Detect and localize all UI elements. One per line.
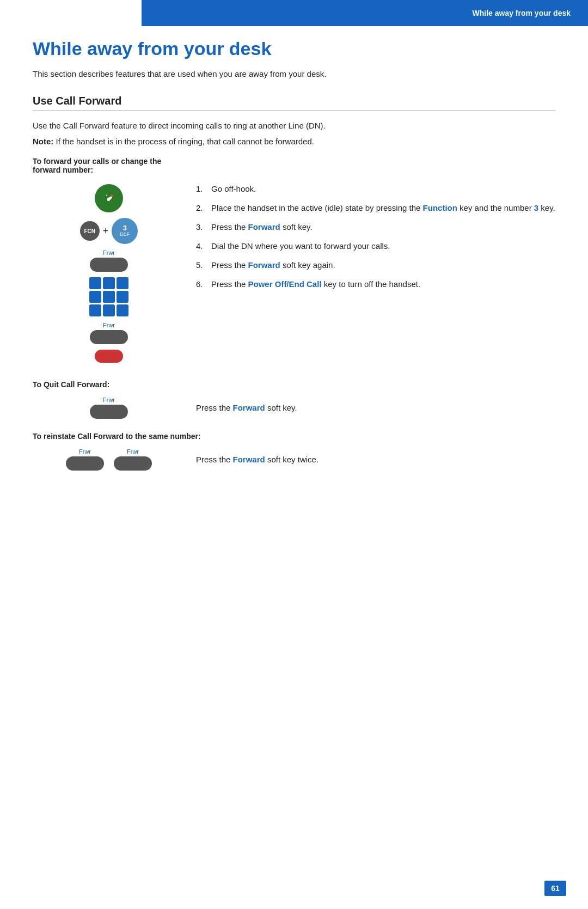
plus-symbol: + bbox=[103, 225, 109, 237]
quit-bold-forward: Forward bbox=[233, 403, 265, 412]
step-5-bold-forward: Forward bbox=[248, 260, 280, 270]
soft-key-2-icon bbox=[90, 330, 128, 344]
reinstate-bold-forward: Forward bbox=[233, 455, 265, 464]
step-6-text: Press the Power Off/End Call key to turn… bbox=[211, 279, 555, 289]
soft-key-1-icon bbox=[90, 258, 128, 272]
reinstate-soft-key-1-icon bbox=[66, 456, 104, 471]
soft-key-2-label: Frwr bbox=[103, 322, 115, 328]
note-text: Note: If the handset is in the process o… bbox=[33, 137, 555, 146]
step-1: 1. Go off-hook. bbox=[196, 184, 555, 193]
keypad-cell bbox=[117, 277, 128, 289]
keypad-cell bbox=[89, 291, 101, 303]
quit-heading: To Quit Call Forward: bbox=[33, 380, 555, 389]
num3-sub: DEF bbox=[120, 232, 130, 237]
quit-section: To Quit Call Forward: Frwr Press the For… bbox=[33, 380, 555, 419]
reinstate-section: To reinstate Call Forward to the same nu… bbox=[33, 432, 555, 471]
soft-key-1-label: Frwr bbox=[103, 249, 115, 256]
forward-subheading: To forward your calls or change the forw… bbox=[33, 157, 185, 174]
fcn-button-icon: FCN bbox=[80, 221, 100, 241]
section-heading: Use Call Forward bbox=[33, 95, 555, 111]
header-bar-text: While away from your desk bbox=[473, 9, 571, 17]
keypad-cell bbox=[103, 304, 115, 316]
num3-button-icon: 3 DEF bbox=[112, 218, 138, 244]
header-bar: While away from your desk bbox=[142, 0, 588, 26]
reinstate-icon-col: Frwr Frwr bbox=[33, 448, 185, 471]
step-1-text: Go off-hook. bbox=[211, 184, 555, 193]
step-2: 2. Place the handset in the active (idle… bbox=[196, 203, 555, 212]
step-2-num: 2. bbox=[196, 203, 211, 212]
reinstate-soft-key-1-label: Frwr bbox=[79, 448, 91, 455]
reinstate-soft-key-2-label: Frwr bbox=[127, 448, 139, 455]
reinstate-row: Frwr Frwr Press the Forward soft key twi… bbox=[33, 448, 555, 471]
step-3-bold-forward: Forward bbox=[248, 222, 280, 231]
reinstate-soft-key-1-wrap: Frwr bbox=[66, 448, 104, 471]
quit-text: Press the Forward soft key. bbox=[185, 403, 555, 412]
keypad-cell bbox=[117, 304, 128, 316]
icon-column: FCN + 3 DEF Frwr bbox=[33, 184, 185, 363]
step-3-text: Press the Forward soft key. bbox=[211, 222, 555, 231]
soft-key-2-wrap: Frwr bbox=[90, 322, 128, 344]
step-6-bold-power: Power Off/End Call bbox=[248, 279, 322, 289]
step-3-num: 3. bbox=[196, 222, 211, 231]
keypad-cell bbox=[117, 291, 128, 303]
step-4: 4. Dial the DN where you want to forward… bbox=[196, 241, 555, 251]
step-4-text: Dial the DN where you want to forward yo… bbox=[211, 241, 555, 251]
quit-soft-key-label: Frwr bbox=[103, 396, 115, 403]
reinstate-soft-key-2-icon bbox=[114, 456, 152, 471]
step-4-num: 4. bbox=[196, 241, 211, 251]
reinstate-text: Press the Forward soft key twice. bbox=[185, 455, 555, 464]
page-title: While away from your desk bbox=[33, 38, 555, 59]
steps-column: 1. Go off-hook. 2. Place the handset in … bbox=[185, 184, 555, 298]
step-5-num: 5. bbox=[196, 260, 211, 270]
step-2-text: Place the handset in the active (idle) s… bbox=[211, 203, 555, 212]
step-2-bold-function: Function bbox=[423, 203, 457, 212]
note-body: If the handset is in the process of ring… bbox=[56, 137, 314, 146]
num3-digit: 3 bbox=[123, 224, 127, 232]
note-label: Note: bbox=[33, 137, 53, 146]
reinstate-soft-key-2-wrap: Frwr bbox=[114, 448, 152, 471]
fcn-label: FCN bbox=[84, 228, 95, 234]
step-5-text: Press the Forward soft key again. bbox=[211, 260, 555, 270]
step-6: 6. Press the Power Off/End Call key to t… bbox=[196, 279, 555, 289]
svg-point-1 bbox=[111, 194, 113, 197]
step-3: 3. Press the Forward soft key. bbox=[196, 222, 555, 231]
keypad-cell bbox=[89, 304, 101, 316]
phone-offhook-icon bbox=[95, 184, 123, 212]
reinstate-heading: To reinstate Call Forward to the same nu… bbox=[33, 432, 207, 441]
soft-key-1-wrap: Frwr bbox=[90, 249, 128, 272]
step-6-num: 6. bbox=[196, 279, 211, 289]
section-desc: Use the Call Forward feature to direct i… bbox=[33, 121, 555, 130]
quit-icon-col: Frwr bbox=[33, 396, 185, 419]
end-call-icon bbox=[95, 350, 123, 363]
keypad-cell bbox=[89, 277, 101, 289]
quit-row: Frwr Press the Forward soft key. bbox=[33, 396, 555, 419]
main-content: While away from your desk This section d… bbox=[33, 38, 555, 471]
page-number: 61 bbox=[544, 881, 566, 896]
instruction-row: FCN + 3 DEF Frwr bbox=[33, 184, 555, 363]
step-5: 5. Press the Forward soft key again. bbox=[196, 260, 555, 270]
quit-soft-key-icon bbox=[90, 405, 128, 419]
keypad-cell bbox=[103, 291, 115, 303]
fcn-3def-row: FCN + 3 DEF bbox=[80, 218, 138, 244]
step-1-num: 1. bbox=[196, 184, 211, 193]
intro-text: This section describes features that are… bbox=[33, 69, 555, 78]
keypad-icon bbox=[89, 277, 128, 316]
steps-list: 1. Go off-hook. 2. Place the handset in … bbox=[196, 184, 555, 289]
quit-soft-key-wrap: Frwr bbox=[90, 396, 128, 419]
keypad-cell bbox=[103, 277, 115, 289]
step-2-bold-3: 3 bbox=[534, 203, 538, 212]
